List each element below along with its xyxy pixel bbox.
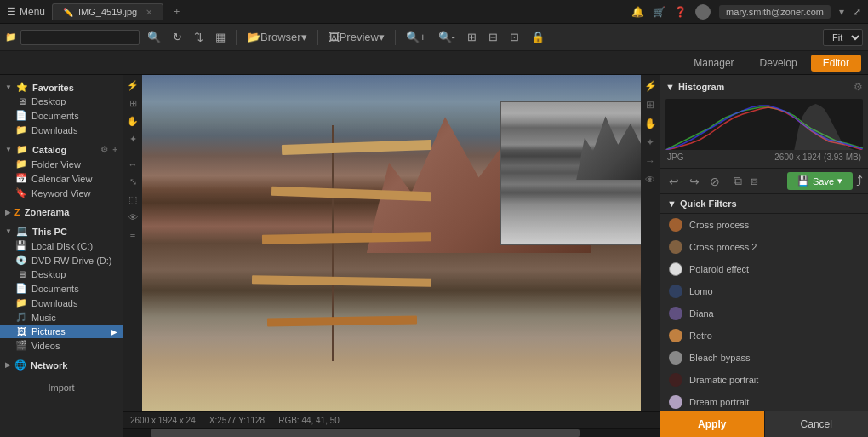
network-group[interactable]: ▶ 🌐 Network <box>0 356 123 372</box>
zoom-fit-button[interactable]: ⊞ <box>463 28 481 46</box>
arrow-icon[interactable]: ↔ <box>127 158 140 171</box>
this-pc-group[interactable]: ▼ 💻 This PC <box>0 222 123 239</box>
browser-button[interactable]: 📂 Browser ▾ <box>243 28 311 46</box>
lightning-right-icon[interactable]: ⚡ <box>642 78 659 94</box>
save-bar: ↩ ↪ ⊘ ⧉ ⧈ 💾 Save ▾ ⤴ <box>660 169 868 194</box>
image-dimensions: 2600 x 1924 x 24 <box>130 416 196 425</box>
sidebar-item-documents-pc[interactable]: 📄 Documents <box>0 281 123 296</box>
zoom-in-button[interactable]: 🔍+ <box>402 28 431 46</box>
redo-button[interactable]: ↪ <box>686 173 703 190</box>
catalog-group[interactable]: ▼ 📁 Catalog ⚙ + <box>0 141 123 157</box>
arrow-right-icon[interactable]: → <box>643 153 657 169</box>
filter-dramatic-portrait[interactable]: Dramatic portrait <box>660 369 868 391</box>
favorites-group[interactable]: ▼ ⭐ Favorites <box>0 78 123 95</box>
tab-editor[interactable]: Editor <box>811 55 861 72</box>
favorites-label: Favorites <box>32 83 74 93</box>
catalog-add-icon[interactable]: + <box>112 145 117 154</box>
sidebar-item-music[interactable]: 🎵 Music <box>0 310 123 325</box>
grid-tool-icon[interactable]: ⊞ <box>128 96 139 111</box>
sidebar-item-downloads-fav[interactable]: 📁 Downloads <box>0 123 123 137</box>
hand-right-icon[interactable]: ✋ <box>642 116 659 131</box>
sidebar-item-dvd-drive[interactable]: 💿 DVD RW Drive (D:) <box>0 253 123 267</box>
filter-cross-process-2[interactable]: Cross process 2 <box>660 236 868 258</box>
grid-right-icon[interactable]: ⊞ <box>644 97 656 112</box>
preview-button[interactable]: 🖼 Preview ▾ <box>324 28 389 46</box>
zonerama-label: Zonerama <box>25 207 70 217</box>
layers-icon[interactable]: ≡ <box>128 227 137 241</box>
copy-button[interactable]: ⧉ <box>730 172 745 190</box>
sidebar-item-local-disk[interactable]: 💾 Local Disk (C:) <box>0 239 123 253</box>
sort-button[interactable]: ⇅ <box>190 28 208 46</box>
scrollbar-thumb[interactable] <box>151 429 580 437</box>
filter-lomo[interactable]: Lomo <box>660 280 868 302</box>
fit-dropdown[interactable]: Fit <box>823 29 863 46</box>
file-tab[interactable]: ✏️ IMG_4519.jpg ✕ <box>52 3 163 20</box>
undo-button[interactable]: ↩ <box>665 173 682 190</box>
compare-button[interactable]: ⊡ <box>505 28 523 46</box>
preview-dropdown-icon: ▾ <box>379 31 385 43</box>
grid-small-button[interactable]: ▦ <box>211 28 230 46</box>
filter-cross-process[interactable]: Cross process <box>660 214 868 236</box>
filter-dream-portrait[interactable]: Dream portrait <box>660 391 868 411</box>
sidebar-item-pictures[interactable]: 🖼 Pictures ▶ <box>0 325 123 338</box>
sidebar-item-downloads-pc[interactable]: 📁 Downloads <box>0 296 123 310</box>
apply-button[interactable]: Apply <box>660 411 764 437</box>
search-input[interactable] <box>20 30 140 45</box>
image-container[interactable] <box>142 75 641 411</box>
sidebar-item-keyword-view[interactable]: 🔖 Keyword View <box>0 186 123 200</box>
add-tab-button[interactable]: + <box>174 6 180 18</box>
zonerama-group[interactable]: ▶ Z Zonerama <box>0 204 123 219</box>
filter-retro[interactable]: Retro <box>660 325 868 347</box>
save-button[interactable]: 💾 Save ▾ <box>787 172 853 190</box>
sidebar-item-documents-fav[interactable]: 📄 Documents <box>0 108 123 123</box>
horizontal-scrollbar[interactable] <box>123 428 660 437</box>
videos-icon: 🎬 <box>15 340 27 351</box>
help-icon[interactable]: ❓ <box>674 6 687 18</box>
cart-icon[interactable]: 🛒 <box>653 6 665 18</box>
tab-close-icon[interactable]: ✕ <box>146 8 152 17</box>
sidebar-item-desktop-pc[interactable]: 🖥 Desktop <box>0 267 123 281</box>
catalog-settings-icon[interactable]: ⚙ <box>100 145 108 154</box>
main-area: ▼ ⭐ Favorites 🖥 Desktop 📄 Documents 📁 Do… <box>0 75 868 437</box>
sidebar-item-videos[interactable]: 🎬 Videos <box>0 338 123 353</box>
import-button[interactable]: Import <box>0 379 123 396</box>
undo-alt-button[interactable]: ⊘ <box>706 173 723 190</box>
window-expand-icon[interactable]: ⤢ <box>853 6 861 18</box>
sidebar-item-desktop-fav[interactable]: 🖥 Desktop <box>0 95 123 108</box>
select-icon[interactable]: ⬚ <box>127 193 139 207</box>
filter-bleach-bypass[interactable]: Bleach bypass <box>660 347 868 369</box>
histogram-settings-icon[interactable]: ⚙ <box>854 81 863 93</box>
quick-filters-header[interactable]: ▼ Quick Filters <box>660 194 868 214</box>
tab-develop[interactable]: Develop <box>748 55 809 72</box>
zoom-actual-button[interactable]: ⊟ <box>484 28 502 46</box>
cancel-button[interactable]: Cancel <box>764 411 869 437</box>
network-arrow: ▶ <box>5 361 10 369</box>
filter-polaroid[interactable]: Polaroid effect <box>660 258 868 280</box>
eye-icon[interactable]: 👁 <box>127 210 140 224</box>
histogram-canvas <box>665 99 863 150</box>
sidebar-item-calendar-view[interactable]: 📅 Calendar View <box>0 171 123 186</box>
resize-icon[interactable]: ⤡ <box>128 175 139 189</box>
browser-dropdown-icon: ▾ <box>301 31 307 43</box>
eye-right-icon[interactable]: 👁 <box>643 172 657 187</box>
email-dropdown-icon[interactable]: ▾ <box>839 6 844 18</box>
sidebar-item-folder-view[interactable]: 📁 Folder View <box>0 157 123 171</box>
image-area: ⚡ ⊞ ✋ ✦ ↔ ⤡ ⬚ 👁 ≡ <box>123 75 660 437</box>
refresh-button[interactable]: ↻ <box>168 28 186 46</box>
tab-manager[interactable]: Manager <box>682 55 745 72</box>
bell-icon[interactable]: 🔔 <box>631 6 644 18</box>
share-button[interactable]: ⤴ <box>856 174 863 189</box>
lock-button[interactable]: 🔒 <box>527 28 549 46</box>
move-right-icon[interactable]: ✦ <box>644 135 656 150</box>
zoom-out-button[interactable]: 🔍- <box>434 28 460 46</box>
hand-tool-icon[interactable]: ✋ <box>125 114 140 129</box>
paste-button[interactable]: ⧈ <box>747 172 762 190</box>
filter-diana[interactable]: Diana <box>660 302 868 325</box>
local-disk-label: Local Disk (C:) <box>31 241 93 251</box>
lightning-icon[interactable]: ⚡ <box>125 78 140 93</box>
search-button[interactable]: 🔍 <box>143 28 165 46</box>
histogram-header[interactable]: ▼ Histogram ⚙ <box>665 78 863 95</box>
menu-button[interactable]: ☰ Menu <box>7 6 45 18</box>
desktop-icon: 🖥 <box>15 96 27 106</box>
move-icon[interactable]: ✦ <box>128 132 139 147</box>
